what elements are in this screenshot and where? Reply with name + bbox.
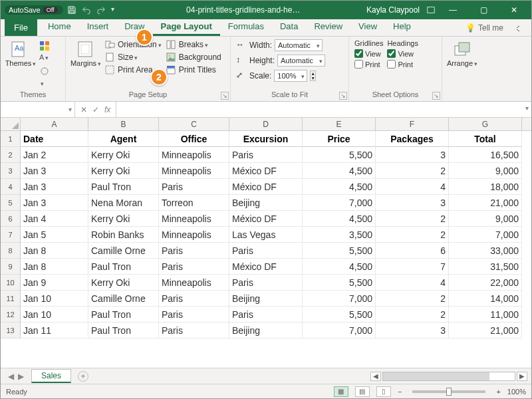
data-cell[interactable]: México DF	[229, 259, 303, 275]
data-cell[interactable]: Paul Tron	[88, 323, 159, 338]
data-cell[interactable]: 7,000	[303, 195, 376, 211]
data-cell[interactable]: Paris	[229, 275, 303, 291]
qat-more-icon[interactable]: ▾	[111, 5, 120, 15]
row-header[interactable]: 12	[1, 307, 21, 323]
hscroll-thumb[interactable]	[383, 372, 489, 380]
data-cell[interactable]: 3	[376, 147, 449, 163]
fonts-icon[interactable]: A	[39, 53, 50, 64]
hscroll-left[interactable]: ◀	[370, 372, 381, 381]
data-cell[interactable]: Camille Orne	[88, 291, 159, 307]
tab-data[interactable]: Data	[272, 18, 306, 36]
gridlines-view-check[interactable]: View	[354, 49, 383, 58]
arrange-button[interactable]: Arrange	[448, 39, 477, 67]
width-combo[interactable]: Automatic	[275, 39, 323, 51]
data-cell[interactable]: Jan 2	[21, 147, 88, 163]
header-cell[interactable]: Excursion	[229, 131, 303, 147]
row-header[interactable]: 9	[1, 259, 21, 275]
data-cell[interactable]: Paris	[159, 291, 229, 307]
col-header-B[interactable]: B	[88, 118, 159, 130]
page-break-view-button[interactable]: ▯	[376, 386, 391, 397]
effects-icon[interactable]	[39, 66, 50, 76]
col-header-C[interactable]: C	[159, 118, 229, 130]
row-header[interactable]: 6	[1, 211, 21, 227]
hscroll-right[interactable]: ▶	[517, 372, 527, 381]
row-header[interactable]: 3	[1, 163, 21, 179]
name-box[interactable]	[1, 102, 75, 117]
formula-input[interactable]: ▾	[116, 102, 531, 117]
data-cell[interactable]: Jan 10	[21, 291, 88, 307]
data-cell[interactable]: 9,000	[449, 163, 522, 179]
col-header-G[interactable]: G	[449, 118, 522, 130]
worksheet-grid[interactable]: 1DateAgentOfficeExcursionPricePackagesTo…	[1, 131, 531, 338]
undo-icon[interactable]	[82, 5, 91, 15]
tab-page-layout[interactable]: Page Layout	[153, 18, 220, 36]
data-cell[interactable]: Kerry Oki	[88, 275, 159, 291]
header-cell[interactable]: Price	[303, 131, 376, 147]
data-cell[interactable]: Paul Tron	[88, 307, 159, 323]
tab-view[interactable]: View	[350, 18, 385, 36]
data-cell[interactable]: 7,000	[449, 227, 522, 243]
zoom-in[interactable]: +	[496, 388, 500, 396]
zoom-slider[interactable]	[412, 390, 485, 393]
data-cell[interactable]: Kerry Oki	[88, 147, 159, 163]
col-header-D[interactable]: D	[229, 118, 303, 130]
data-cell[interactable]: Jan 8	[21, 243, 88, 259]
data-cell[interactable]: 5,500	[303, 243, 376, 259]
data-cell[interactable]: Paris	[229, 307, 303, 323]
data-cell[interactable]: 5,500	[303, 147, 376, 163]
data-cell[interactable]: Jan 3	[21, 195, 88, 211]
data-cell[interactable]: 7	[376, 259, 449, 275]
close-button[interactable]: ✕	[501, 1, 527, 19]
data-cell[interactable]: 9,000	[449, 211, 522, 227]
data-cell[interactable]: Jan 3	[21, 163, 88, 179]
gridlines-print-check[interactable]: Print	[354, 60, 383, 68]
data-cell[interactable]: 33,000	[449, 243, 522, 259]
col-header-E[interactable]: E	[303, 118, 376, 130]
data-cell[interactable]: Paris	[159, 243, 229, 259]
row-header[interactable]: 11	[1, 291, 21, 307]
scale-up[interactable]: ▲	[311, 71, 315, 76]
data-cell[interactable]: 2	[376, 211, 449, 227]
data-cell[interactable]: Jan 5	[21, 227, 88, 243]
themes-button[interactable]: Aa Themes	[6, 39, 35, 67]
sheet-prev[interactable]: ◀	[8, 372, 14, 381]
row-header[interactable]: 13	[1, 323, 21, 338]
sheet-tab-sales[interactable]: Sales	[31, 369, 71, 383]
data-cell[interactable]: 3	[376, 195, 449, 211]
data-cell[interactable]: Nena Moran	[88, 195, 159, 211]
row-header[interactable]: 1	[1, 131, 21, 147]
height-combo[interactable]: Automatic	[277, 55, 325, 66]
maximize-button[interactable]: ▢	[470, 1, 497, 19]
margins-button[interactable]: Margins	[71, 39, 100, 67]
header-cell[interactable]: Total	[449, 131, 522, 147]
data-cell[interactable]: 4,500	[303, 179, 376, 195]
data-cell[interactable]: 4	[376, 275, 449, 291]
data-cell[interactable]: 11,000	[449, 307, 522, 323]
data-cell[interactable]: Beijing	[229, 195, 303, 211]
scale-combo[interactable]: 100%	[274, 70, 307, 82]
data-cell[interactable]: 22,000	[449, 275, 522, 291]
fx-icon[interactable]: fx	[104, 105, 110, 114]
row-header[interactable]: 2	[1, 147, 21, 163]
data-cell[interactable]: Paris	[159, 323, 229, 338]
data-cell[interactable]: 16,500	[449, 147, 522, 163]
data-cell[interactable]: 5,500	[303, 307, 376, 323]
header-cell[interactable]: Office	[159, 131, 229, 147]
scale-down[interactable]: ▼	[311, 76, 315, 80]
col-header-F[interactable]: F	[376, 118, 449, 130]
data-cell[interactable]: Jan 3	[21, 179, 88, 195]
background-button[interactable]: Background	[166, 52, 221, 63]
data-cell[interactable]: Minneapolis	[159, 163, 229, 179]
data-cell[interactable]: Paris	[229, 147, 303, 163]
scale-launcher[interactable]: ↘	[339, 92, 347, 100]
cancel-icon[interactable]: ✕	[80, 105, 87, 114]
save-icon[interactable]	[67, 5, 76, 15]
tab-home[interactable]: Home	[40, 18, 79, 36]
data-cell[interactable]: Jan 11	[21, 323, 88, 338]
expand-formula-icon[interactable]: ▾	[525, 104, 529, 112]
data-cell[interactable]: 31,500	[449, 259, 522, 275]
data-cell[interactable]: Jan 10	[21, 307, 88, 323]
data-cell[interactable]: Kerry Oki	[88, 211, 159, 227]
headings-print-check[interactable]: Print	[387, 60, 418, 68]
enter-icon[interactable]: ✓	[92, 105, 99, 114]
